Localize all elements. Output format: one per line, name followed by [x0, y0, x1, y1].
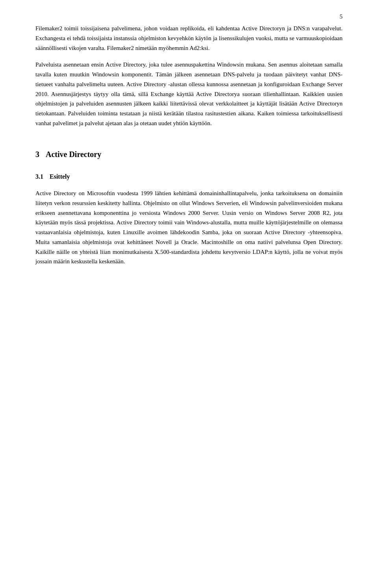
section-3-title: Active Directory [46, 150, 101, 159]
section-3-heading: 3Active Directory [35, 148, 343, 161]
subsection-3-1-heading: 3.1Esittely [35, 172, 343, 182]
subsection-3-1-number: 3.1 [35, 173, 43, 180]
paragraph-2: Palveluista asennetaan ensin Active Dire… [35, 60, 343, 128]
section-3-number: 3 [35, 150, 39, 159]
page: 5 Filemaker2 toimii toissijaisena palvel… [0, 0, 378, 588]
page-number: 5 [340, 12, 343, 21]
paragraph-3: Active Directory on Microsoftin vuodesta… [35, 189, 343, 266]
paragraph-1: Filemaker2 toimii toissijaisena palvelim… [35, 24, 343, 53]
subsection-3-1-title: Esittely [50, 173, 70, 180]
